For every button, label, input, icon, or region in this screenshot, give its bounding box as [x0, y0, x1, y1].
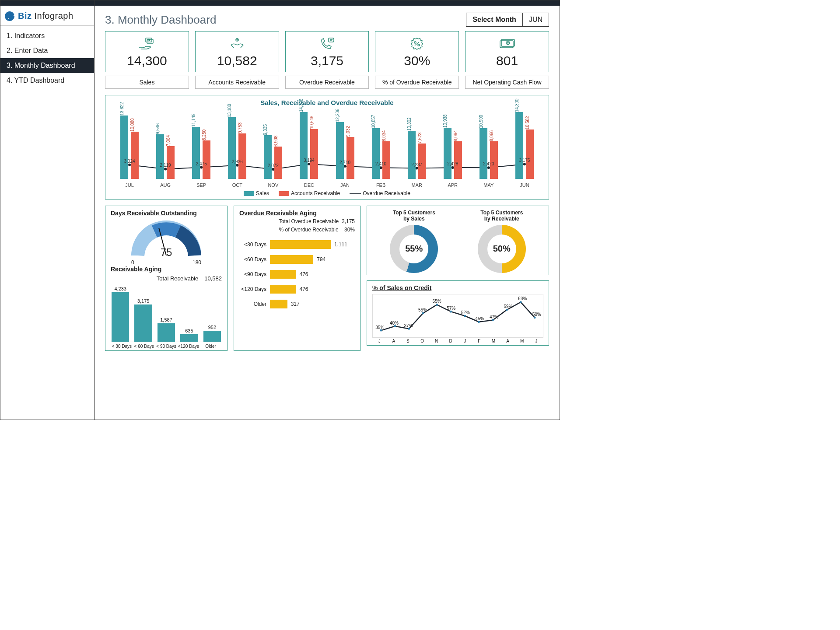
percent-badge-icon — [409, 36, 425, 52]
top5-panel: Top 5 Customersby Sales 55% Top 5 Custom… — [367, 206, 549, 275]
month-selector-value[interactable]: JUN — [523, 13, 549, 27]
legend-sales-swatch — [244, 191, 254, 196]
main: 3. Monthly Dashboard Select Month JUN 14… — [94, 0, 560, 420]
overdue-aging-meta: Total Overdue Receivable 3,175 % of Over… — [239, 217, 355, 234]
ra-total-label: Total Receivable — [157, 275, 198, 282]
bottom-row: Days Receivable Outstanding 75 0 180 — [94, 200, 560, 351]
brand-text: Biz Infograph — [18, 11, 74, 21]
kpi-sales-value: 14,300 — [127, 53, 167, 68]
kpi-sales: 14,300 — [105, 31, 189, 72]
handshake-icon — [228, 36, 246, 52]
credit-chart: 35%40%37%55%65%57%52%45%47%59%68%50% — [372, 294, 543, 338]
overdue-aging-rows: <30 Days1,111<60 Days794<90 Days476<120 … — [239, 240, 355, 308]
legend-ar: Accounts Receivable — [279, 190, 340, 196]
right-column: Top 5 Customersby Sales 55% Top 5 Custom… — [367, 206, 549, 351]
svg-point-30 — [478, 321, 480, 323]
nav-indicators[interactable]: 1. Indicators — [0, 28, 94, 43]
dro-value: 75 — [161, 246, 172, 259]
svg-point-31 — [492, 319, 494, 321]
kpi-ar-value: 10,582 — [217, 53, 257, 68]
receivable-aging-cats: < 30 Days< 60 Days< 90 Days<120 DaysOlde… — [111, 344, 222, 349]
dro-scale: 0 180 — [131, 259, 201, 266]
pie-icon — [5, 11, 14, 21]
nav-enter-data[interactable]: 2. Enter Data — [0, 43, 94, 58]
overdue-aging-panel: Overdue Receivable Aging Total Overdue R… — [234, 206, 360, 351]
svg-rect-4 — [329, 38, 334, 42]
donut-sales: 55% — [390, 225, 438, 273]
kpi-cashflow: 801 — [465, 31, 549, 72]
svg-rect-0 — [146, 38, 152, 42]
svg-point-5 — [414, 42, 416, 43]
kpi-cashflow-label: Net Operating Cash Flow — [465, 76, 549, 89]
svg-point-6 — [418, 44, 420, 46]
nav-monthly-dashboard[interactable]: 3. Monthly Dashboard — [0, 58, 94, 73]
svg-point-34 — [534, 316, 536, 318]
kpi-labels: Sales Accounts Receivable Overdue Receiv… — [94, 72, 560, 89]
banknote-icon — [497, 36, 517, 52]
app-frame: Biz Infograph 1. Indicators 2. Enter Dat… — [0, 0, 560, 420]
brand-logo: Biz Infograph — [0, 6, 94, 26]
page-title: 3. Monthly Dashboard — [105, 13, 216, 27]
legend-sales-label: Sales — [256, 190, 269, 196]
top5-sales-donut: Top 5 Customersby Sales 55% — [372, 210, 456, 273]
oa-pct-value: 30% — [344, 227, 355, 233]
legend-sales: Sales — [244, 190, 269, 196]
kpi-overdue: 3,175 — [285, 31, 369, 72]
svg-point-24 — [394, 325, 396, 327]
kpi-sales-label: Sales — [105, 76, 189, 89]
nav-ytd-dashboard[interactable]: 4. YTD Dashboard — [0, 73, 94, 88]
sales-recv-overdue-chart: Sales, Receivable and Overdue Receivable… — [105, 95, 549, 200]
credit-line — [373, 294, 543, 337]
receivable-aging-title: Receivable Aging — [111, 266, 222, 273]
kpi-cashflow-value: 801 — [496, 53, 518, 68]
legend-ar-swatch — [279, 191, 289, 196]
big-chart-title: Sales, Receivable and Overdue Receivable — [112, 99, 542, 106]
donut-sales-pct: 55% — [390, 225, 438, 273]
brand-part2: Infograph — [35, 11, 74, 21]
kpi-cards: 14,300 10,582 3,175 30% 801 — [94, 31, 560, 72]
overdue-aging-title: Overdue Receivable Aging — [239, 210, 355, 217]
nav: 1. Indicators 2. Enter Data 3. Monthly D… — [0, 26, 94, 88]
sidebar-topstrip — [0, 0, 94, 6]
dro-and-aging-panel: Days Receivable Outstanding 75 0 180 — [105, 206, 228, 351]
legend-ar-label: Accounts Receivable — [291, 190, 340, 196]
donuts-row: Top 5 Customersby Sales 55% Top 5 Custom… — [372, 210, 543, 273]
kpi-pct-overdue: 30% — [375, 31, 459, 72]
svg-point-28 — [450, 311, 452, 313]
top5-recv-donut: Top 5 Customersby Receivable 50% — [460, 210, 544, 273]
kpi-ar-label: Accounts Receivable — [195, 76, 279, 89]
kpi-pct-overdue-value: 30% — [404, 53, 430, 68]
ra-total-value: 10,582 — [204, 275, 222, 282]
dro-gauge: 75 0 180 — [111, 218, 222, 266]
top5-recv-title: Top 5 Customersby Receivable — [480, 210, 523, 222]
credit-cats: JASONDJFMAMJ — [372, 339, 543, 343]
top5-sales-title: Top 5 Customersby Sales — [393, 210, 435, 222]
credit-title: % of Sales on Credit — [372, 284, 543, 291]
cash-hand-icon — [138, 36, 156, 52]
legend-overdue-swatch — [350, 193, 361, 194]
oa-total-value: 3,175 — [342, 218, 355, 224]
kpi-ar: 10,582 — [195, 31, 279, 72]
dro-max: 180 — [192, 259, 201, 266]
oa-total-label: Total Overdue Receivable — [279, 218, 339, 224]
phone-msg-icon — [318, 36, 336, 52]
oa-pct-label: % of Overdue Receivable — [279, 227, 339, 233]
legend-overdue: Overdue Receivable — [350, 190, 410, 196]
big-chart-body: 13,62210,080JUL9,5467,064AUG11,1498,250S… — [112, 109, 542, 188]
legend-overdue-label: Overdue Receivable — [363, 190, 410, 196]
credit-panel: % of Sales on Credit 35%40%37%55%65%57%5… — [367, 280, 549, 346]
dro-title: Days Receivable Outstanding — [111, 210, 222, 217]
receivable-aging-bars: 4,2333,1751,587635952 — [111, 285, 222, 342]
month-selector[interactable]: Select Month JUN — [466, 13, 549, 27]
kpi-overdue-label: Overdue Receivable — [285, 76, 369, 89]
svg-point-27 — [436, 304, 438, 306]
svg-point-33 — [520, 301, 522, 303]
main-topstrip — [94, 0, 560, 6]
big-chart-legend: Sales Accounts Receivable Overdue Receiv… — [112, 188, 542, 198]
svg-point-29 — [464, 315, 466, 317]
dro-min: 0 — [131, 259, 134, 266]
brand-part1: Biz — [18, 11, 35, 21]
svg-point-26 — [422, 312, 424, 314]
receivable-aging-total: Total Receivable 10,582 — [111, 275, 222, 282]
kpi-pct-overdue-label: % of Overdue Receivable — [375, 76, 459, 89]
